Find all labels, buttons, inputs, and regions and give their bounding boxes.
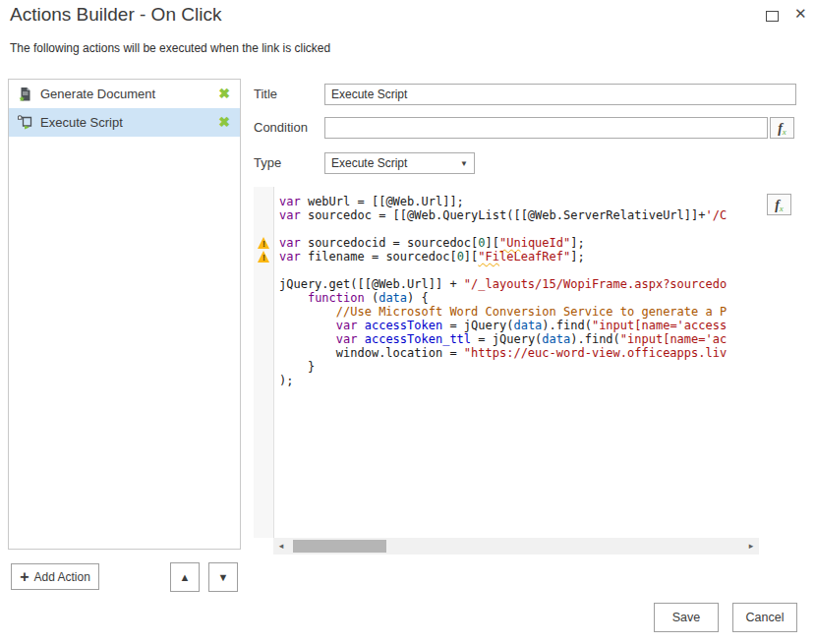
script-fx-button[interactable]: fx (767, 194, 791, 215)
close-icon[interactable]: ✕ (794, 5, 807, 23)
actions-builder-dialog: Actions Builder - On Click ✕ The followi… (0, 0, 815, 644)
generate-document-icon (18, 87, 33, 102)
chevron-down-icon: ▼ (460, 159, 468, 168)
save-button[interactable]: Save (654, 603, 719, 632)
execute-script-icon (18, 115, 33, 131)
code-line: window.location = "https://euc-word-view… (279, 346, 759, 360)
code-line: function (data) { (279, 291, 759, 305)
arrow-down-icon: ▼ (218, 571, 229, 583)
arrow-up-icon: ▲ (180, 571, 191, 583)
move-down-button[interactable]: ▼ (208, 562, 238, 592)
code-line (279, 263, 759, 277)
type-label: Type (254, 155, 281, 170)
dialog-title: Actions Builder - On Click (10, 4, 221, 26)
code-line: } (279, 360, 759, 374)
condition-fx-button[interactable]: fx (770, 117, 794, 139)
delete-action-icon[interactable]: ✖ (218, 85, 230, 102)
warning-icon: ! (258, 237, 270, 249)
dialog-subtitle: The following actions will be executed w… (10, 41, 330, 55)
plus-icon: + (20, 569, 29, 585)
code-line: var sourcedoc = [[@Web.QueryList([[@Web.… (279, 208, 759, 222)
code-line: jQuery.get([[@Web.Url]] + "/_layouts/15/… (279, 277, 759, 291)
scroll-left-icon[interactable]: ◂ (274, 539, 288, 554)
cancel-button[interactable]: Cancel (732, 603, 797, 632)
title-input[interactable] (324, 84, 796, 105)
code-line (279, 222, 759, 236)
horizontal-scrollbar[interactable]: ◂ ▸ (273, 538, 759, 555)
delete-action-icon[interactable]: ✖ (218, 113, 230, 131)
type-select[interactable]: Execute Script ▼ (324, 152, 475, 174)
add-action-button[interactable]: + Add Action (11, 563, 99, 590)
code-lines[interactable]: var webUrl = [[@Web.Url]];var sourcedoc … (274, 187, 759, 387)
code-line: var filename = sourcedoc[0]["FileLeafRef… (279, 250, 759, 263)
move-up-button[interactable]: ▲ (170, 562, 200, 592)
code-gutter: !! (254, 187, 274, 538)
code-line: //Use Microsoft Word Conversion Service … (279, 305, 759, 319)
action-item-label: Execute Script (40, 115, 123, 130)
scrollbar-thumb[interactable] (293, 540, 386, 553)
actions-list: Generate Document ✖ Execute Script ✖ (8, 79, 241, 550)
warning-icon: ! (258, 251, 270, 263)
condition-input[interactable] (324, 117, 768, 139)
scroll-right-icon[interactable]: ▸ (744, 539, 758, 554)
add-action-label: Add Action (33, 570, 89, 584)
code-line: ); (279, 374, 759, 387)
condition-label: Condition (254, 120, 308, 135)
code-line: var accessToken_ttl = jQuery(data).find(… (279, 332, 759, 346)
code-line: var sourcedocid = sourcedoc[0]["UniqueId… (279, 236, 759, 250)
action-item-label: Generate Document (40, 87, 155, 101)
script-editor[interactable]: !! var webUrl = [[@Web.Url]];var sourced… (254, 187, 759, 556)
title-label: Title (254, 87, 277, 101)
maximize-icon[interactable] (766, 11, 779, 22)
code-line: var webUrl = [[@Web.Url]]; (279, 195, 759, 208)
type-select-value: Execute Script (331, 156, 407, 170)
action-item-generate-document[interactable]: Generate Document ✖ (9, 80, 240, 108)
action-item-execute-script[interactable]: Execute Script ✖ (9, 108, 240, 137)
code-line: var accessToken = jQuery(data).find("inp… (279, 319, 759, 332)
